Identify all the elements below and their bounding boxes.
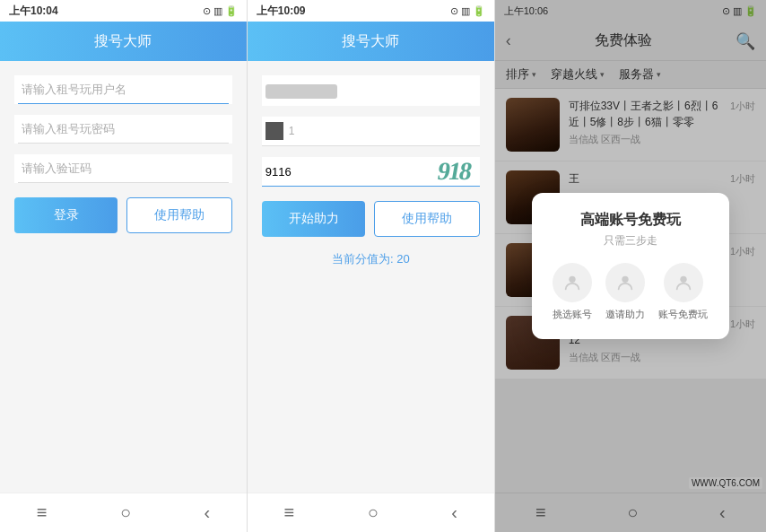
step-1: 挑选账号 [553, 263, 592, 321]
password-display-wrapper: 1 [262, 117, 480, 146]
captcha-wrapper [14, 154, 232, 183]
score-display: 当前分值为: 20 [262, 251, 480, 267]
svg-point-2 [680, 276, 686, 283]
phone1-body: 登录 使用帮助 [0, 61, 247, 493]
step-2-label: 邀请助力 [605, 308, 645, 321]
nav-menu-1[interactable]: ≡ [37, 502, 48, 523]
dialog-overlay: 高端账号免费玩 只需三步走 挑选账号 邀请助力 [495, 0, 766, 532]
password-icon [265, 122, 283, 140]
status-bar-2: 上午10:09 ⊙ ▥ 🔋 [248, 0, 494, 22]
phone2-body: 1 918 开始助力 使用帮助 当前分值为: 20 [248, 61, 494, 493]
step-3-label: 账号免费玩 [658, 308, 708, 321]
nav-back-1[interactable]: ‹ [204, 502, 210, 523]
login-button[interactable]: 登录 [14, 197, 118, 233]
captcha-input[interactable] [18, 154, 229, 183]
bottom-nav-1: ≡ ○ ‹ [0, 493, 247, 532]
password-wrapper [14, 115, 232, 144]
step-1-icon [553, 263, 592, 302]
header-title-2: 搜号大师 [342, 32, 399, 51]
status-icons-1: ⊙ ▥ 🔋 [203, 5, 238, 17]
step-2: 邀请助力 [605, 263, 645, 321]
dialog-card: 高端账号免费玩 只需三步走 挑选账号 邀请助力 [532, 193, 729, 339]
svg-point-0 [570, 276, 576, 283]
phone1: 上午10:04 ⊙ ▥ 🔋 搜号大师 登录 使用帮助 ≡ ○ ‹ [0, 0, 248, 532]
captcha-input-2[interactable] [262, 158, 420, 186]
status-time-2: 上午10:09 [257, 4, 306, 19]
captcha-row-2: 918 [262, 157, 480, 187]
header-bar-2: 搜号大师 [248, 22, 494, 61]
password-dots: 1 [289, 125, 295, 137]
nav-home-2[interactable]: ○ [368, 502, 379, 523]
step-3: 账号免费玩 [658, 263, 708, 321]
phone2: 上午10:09 ⊙ ▥ 🔋 搜号大师 1 918 开始助力 使用帮助 当前分值为… [248, 0, 495, 532]
step-1-label: 挑选账号 [553, 308, 592, 321]
status-bar-1: 上午10:04 ⊙ ▥ 🔋 [0, 0, 247, 22]
header-bar-1: 搜号大师 [0, 22, 247, 61]
step-3-icon [664, 263, 703, 302]
dialog-subtitle: 只需三步走 [546, 233, 715, 249]
username-display-wrapper [262, 75, 480, 106]
captcha-image: 918 [424, 157, 483, 186]
nav-home-1[interactable]: ○ [120, 502, 131, 523]
help-button-2[interactable]: 使用帮助 [374, 201, 479, 237]
dialog-steps: 挑选账号 邀请助力 账号免费玩 [546, 263, 715, 321]
username-input[interactable] [18, 75, 229, 104]
nav-menu-2[interactable]: ≡ [284, 502, 295, 523]
svg-point-1 [622, 276, 629, 283]
button-row-2: 开始助力 使用帮助 [262, 201, 480, 237]
step-2-icon [605, 263, 645, 302]
nav-back-2[interactable]: ‹ [451, 502, 457, 523]
bottom-nav-2: ≡ ○ ‹ [248, 493, 494, 532]
username-pill [265, 84, 337, 99]
username-wrapper [14, 75, 232, 104]
phone3: 上午10:06 ⊙ ▥ 🔋 ‹ 免费体验 🔍 排序 ▾ 穿越火线 ▾ 服务器 ▾… [495, 0, 766, 532]
header-title-1: 搜号大师 [94, 32, 152, 51]
status-time-1: 上午10:04 [9, 4, 58, 19]
status-icons-2: ⊙ ▥ 🔋 [450, 5, 485, 17]
dialog-title: 高端账号免费玩 [546, 211, 715, 230]
help-button-1[interactable]: 使用帮助 [126, 197, 231, 233]
start-button[interactable]: 开始助力 [262, 201, 365, 237]
button-row-1: 登录 使用帮助 [14, 197, 232, 233]
password-input[interactable] [18, 115, 229, 144]
